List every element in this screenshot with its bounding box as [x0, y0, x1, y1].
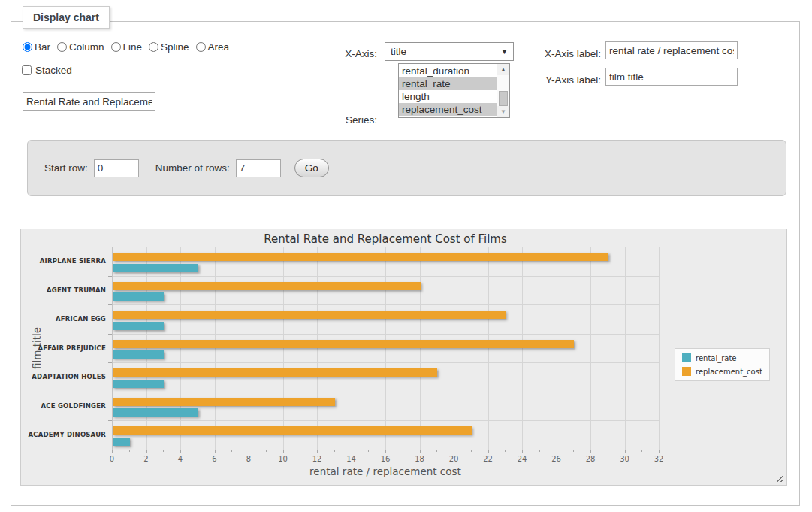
chart-type-radio-line[interactable]: [111, 42, 121, 52]
x-gridline: [488, 247, 489, 450]
x-axis-tick: [300, 450, 300, 452]
series-option-rental_duration[interactable]: rental_duration: [399, 65, 497, 77]
x-gridline: [249, 247, 249, 450]
y-axis-tick: [108, 276, 112, 277]
x-tick-label: 16: [373, 455, 398, 463]
x-axis-tick: [249, 450, 249, 453]
x-tick-label: 12: [304, 455, 330, 463]
x-axis-tick: [163, 450, 164, 452]
chart-type-radio-label: Spline: [161, 41, 189, 53]
x-gridline: [352, 247, 352, 450]
x-axis-tick: [471, 450, 472, 452]
chart-type-radio-column[interactable]: [57, 42, 67, 52]
x-axis-label-input[interactable]: [605, 41, 738, 59]
number-of-rows-input[interactable]: [236, 159, 281, 177]
row-controls-panel: Start row: Number of rows: Go: [27, 140, 786, 196]
bar-rental_rate: [113, 380, 164, 388]
chart-title: Rental Rate and Replacement Cost of Film…: [112, 232, 659, 246]
y-axis-label-input[interactable]: [605, 68, 738, 86]
x-tick-label: 10: [270, 455, 296, 463]
chart-type-radio-label: Column: [69, 41, 104, 53]
chart-type-radio-bar[interactable]: [23, 42, 32, 52]
chart-type-radio-area[interactable]: [196, 42, 206, 52]
chart-x-axis-title: rental rate / replacement cost: [112, 465, 659, 477]
bar-rental_rate: [113, 322, 164, 330]
x-gridline: [385, 247, 386, 450]
category-label: AFRICAN EGG: [15, 304, 106, 334]
category-label: ACADEMY DINOSAUR: [15, 420, 106, 450]
x-axis-tick: [129, 450, 130, 452]
x-axis-tick: [317, 450, 318, 453]
chart-type-option-column: Column: [57, 41, 104, 53]
start-row-label: Start row:: [44, 159, 88, 177]
series-listbox[interactable]: rental_durationrental_ratelengthreplacem…: [398, 63, 510, 118]
x-axis-tick: [625, 450, 626, 453]
y-axis-tick: [108, 450, 112, 450]
x-tick-label: 18: [407, 455, 433, 463]
x-tick-label: 4: [168, 455, 193, 463]
category-label: AFFAIR PREJUDICE: [15, 334, 106, 363]
x-axis-tick: [334, 450, 335, 452]
x-axis-tick: [231, 450, 232, 452]
stacked-checkbox[interactable]: [22, 65, 32, 75]
x-tick-label: 0: [99, 455, 125, 463]
x-axis-select[interactable]: title ▼: [385, 42, 514, 61]
series-option-replacement_cost[interactable]: replacement_cost: [399, 103, 497, 116]
series-option-length[interactable]: length: [399, 90, 497, 103]
y-axis-tick: [108, 304, 112, 305]
legend-item-rental_rate[interactable]: rental_rate: [682, 353, 762, 362]
x-axis-tick: [436, 450, 437, 452]
x-gridline: [557, 247, 557, 450]
chart-legend[interactable]: rental_ratereplacement_cost: [675, 348, 770, 381]
x-gridline: [420, 247, 421, 450]
x-tick-label: 2: [134, 455, 159, 463]
chart-title-input[interactable]: [23, 92, 155, 111]
x-axis-tick: [505, 450, 506, 452]
x-tick-label: 20: [441, 455, 466, 463]
resize-grip-icon[interactable]: [775, 474, 783, 482]
x-axis-tick: [352, 450, 352, 453]
x-axis-tick: [283, 450, 284, 453]
scroll-down-icon[interactable]: ▼: [497, 106, 509, 117]
bar-rental_rate: [113, 264, 198, 272]
x-axis-select-label: X-Axis:: [306, 45, 377, 63]
x-tick-label: 26: [544, 455, 569, 463]
y-axis-tick: [108, 392, 112, 392]
chart-type-radio-spline[interactable]: [149, 42, 158, 52]
x-tick-label: 24: [509, 455, 535, 463]
number-of-rows-label: Number of rows:: [155, 159, 230, 177]
bar-rental_rate: [113, 408, 198, 417]
chart-type-radio-label: Area: [208, 41, 230, 53]
x-gridline: [454, 247, 454, 450]
series-option-rental_rate[interactable]: rental_rate: [399, 77, 497, 90]
chart-type-radio-label: Line: [123, 41, 143, 53]
bar-replacement_cost: [113, 253, 608, 261]
x-gridline: [317, 247, 318, 450]
bar-replacement_cost: [113, 398, 335, 406]
series-list-label: Series:: [306, 111, 377, 129]
bar-rental_rate: [113, 292, 164, 301]
x-gridline: [215, 247, 216, 450]
legend-item-replacement_cost[interactable]: replacement_cost: [682, 367, 762, 376]
fieldset-legend: Display chart: [23, 6, 110, 29]
scrollbar-thumb[interactable]: [499, 91, 508, 106]
x-axis-tick: [403, 450, 403, 452]
x-tick-label: 6: [202, 455, 228, 463]
x-axis-tick: [385, 450, 386, 453]
y-axis-tick: [108, 362, 112, 363]
x-axis-tick: [522, 450, 523, 453]
x-axis-select-value: title: [391, 46, 406, 57]
x-tick-label: 22: [475, 455, 501, 463]
x-axis-tick: [368, 450, 369, 452]
bar-replacement_cost: [113, 426, 472, 435]
x-axis-tick: [641, 450, 642, 452]
start-row-input[interactable]: [94, 159, 139, 177]
y-axis-label-label: Y-Axis label:: [507, 71, 601, 89]
chart-type-radio-label: Bar: [35, 41, 50, 53]
plot-area: AIRPLANE SIERRAAGENT TRUMANAFRICAN EGGAF…: [112, 247, 659, 450]
x-tick-label: 28: [578, 455, 603, 463]
chart-type-radios: BarColumnLineSplineArea: [23, 40, 233, 53]
chart-type-option-area: Area: [196, 41, 230, 53]
x-axis-tick: [488, 450, 489, 453]
go-button[interactable]: Go: [294, 159, 329, 177]
